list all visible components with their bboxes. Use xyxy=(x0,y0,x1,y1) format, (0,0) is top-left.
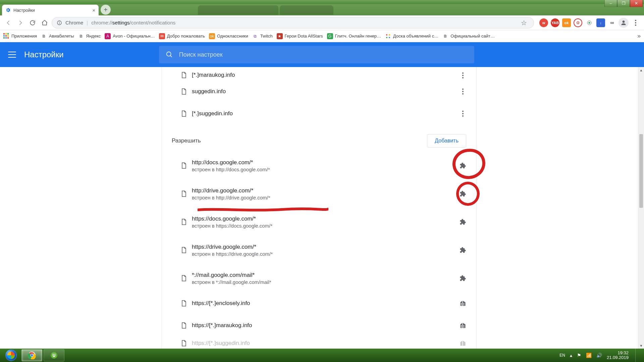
settings-search[interactable] xyxy=(159,46,474,63)
extension-icon[interactable]: w xyxy=(539,18,548,27)
tray-clock[interactable]: 19:32 21.09.2019 xyxy=(607,351,629,360)
policy-icon[interactable] xyxy=(460,340,466,347)
site-url-label: [*.]suggedin.info xyxy=(192,110,233,117)
page-icon: 🗎 xyxy=(78,33,84,39)
extension-icon[interactable] xyxy=(459,190,466,197)
bookmark-star-icon[interactable]: ☆ xyxy=(521,19,527,27)
new-tab-button[interactable]: + xyxy=(101,5,111,15)
tray-language-indicator[interactable]: EN xyxy=(559,353,565,358)
svg-rect-2 xyxy=(59,21,59,22)
row-menu-button[interactable] xyxy=(460,88,466,95)
scrollbar-up-button[interactable]: ▲ xyxy=(638,67,644,73)
background-tab[interactable] xyxy=(198,5,278,15)
extension-icon[interactable] xyxy=(459,218,466,226)
policy-icon[interactable] xyxy=(460,300,466,307)
bookmark-item[interactable]: 🗎Официальный сайт… xyxy=(442,33,495,39)
taskbar-app-chrome[interactable] xyxy=(21,349,42,361)
omnibox[interactable]: Chrome | chrome://settings/content/notif… xyxy=(52,17,534,28)
window-close-button[interactable]: ✕ xyxy=(630,0,643,7)
extension-icon[interactable]: YAB xyxy=(551,18,559,27)
background-tab[interactable] xyxy=(280,5,333,15)
start-button[interactable] xyxy=(2,349,20,362)
apps-shortcut[interactable]: Приложения xyxy=(3,33,37,39)
site-row[interactable]: https://[*.]maraukog.info xyxy=(162,314,476,337)
site-row[interactable]: https://[*.]suggedin.info xyxy=(162,337,476,349)
site-url-label: https://[*.]suggedin.info xyxy=(192,340,250,347)
favicon-icon xyxy=(385,33,391,39)
bookmark-item[interactable]: 🗎Яндекс xyxy=(78,33,101,39)
tray-date: 21.09.2019 xyxy=(607,355,629,360)
site-url-label: https://drive.google.com/* xyxy=(192,244,273,250)
settings-search-input[interactable] xyxy=(179,51,468,58)
svg-point-10 xyxy=(166,52,171,56)
site-url-label: http://drive.google.com/* xyxy=(192,187,270,194)
bookmark-item[interactable]: ✉Добро пожаловать xyxy=(159,33,205,39)
window-minimize-button[interactable]: – xyxy=(604,0,617,7)
row-menu-button[interactable] xyxy=(460,72,466,78)
profile-avatar-button[interactable] xyxy=(619,18,629,28)
bookmark-item[interactable]: Доска объявлений с… xyxy=(385,33,438,39)
svg-point-8 xyxy=(386,37,387,38)
allow-section-title: Разрешить xyxy=(172,137,201,144)
page-icon xyxy=(180,88,187,95)
bookmark-item[interactable]: 🗎Авиабилеты xyxy=(41,33,74,39)
add-site-button[interactable]: Добавить xyxy=(427,134,466,147)
show-desktop-button[interactable] xyxy=(635,349,639,362)
extension-icon[interactable]: O xyxy=(574,18,582,27)
extension-icon[interactable]: ∞ xyxy=(608,18,616,27)
window-maximize-button[interactable]: ❐ xyxy=(617,0,630,7)
site-row[interactable]: http://drive.google.com/* встроен в http… xyxy=(162,180,476,208)
bookmark-item[interactable]: ★Герои Dota AllStars xyxy=(277,33,323,39)
extension-icons: w YAB ok O ↓ ∞ xyxy=(539,18,616,27)
site-row[interactable]: https://[*.]enclosely.info xyxy=(162,292,476,314)
bookmarks-overflow-button[interactable]: » xyxy=(637,33,641,40)
svg-point-6 xyxy=(386,34,387,36)
forward-button[interactable] xyxy=(15,18,25,28)
tray-show-hidden-icon[interactable]: ▴ xyxy=(570,353,572,358)
tray-time: 19:32 xyxy=(607,351,629,355)
site-row[interactable]: suggedin.info xyxy=(162,80,476,103)
taskbar-app-utorrent[interactable] xyxy=(44,349,64,361)
site-url-label: https://docs.google.com/* xyxy=(192,216,272,222)
extension-icon[interactable] xyxy=(459,275,466,282)
site-row[interactable]: [*.]suggedin.info xyxy=(162,103,476,125)
vertical-scrollbar[interactable]: ▲ ▼ xyxy=(638,67,644,349)
back-button[interactable] xyxy=(3,18,13,28)
site-info-icon[interactable] xyxy=(57,20,62,25)
scrollbar-thumb[interactable] xyxy=(639,134,643,208)
extension-icon[interactable]: ok xyxy=(562,18,571,27)
settings-appbar: Настройки xyxy=(0,42,644,67)
home-button[interactable] xyxy=(40,18,50,28)
svg-rect-1 xyxy=(59,22,59,24)
browser-tab-active[interactable]: Настройки × xyxy=(2,5,99,15)
browser-menu-button[interactable] xyxy=(631,18,641,28)
bookmark-item[interactable]: AAvon - Официальн… xyxy=(105,33,155,39)
extension-icon[interactable] xyxy=(459,162,466,169)
svg-point-5 xyxy=(623,20,625,23)
scrollbar-down-button[interactable]: ▼ xyxy=(638,343,644,349)
site-row[interactable]: *://mail.google.com/mail* встроен в *://… xyxy=(162,264,476,292)
site-row[interactable]: http://docs.google.com/* встроен в http:… xyxy=(162,152,476,180)
site-url-label: https://[*.]enclosely.info xyxy=(192,300,250,307)
site-row[interactable]: https://drive.google.com/* встроен в htt… xyxy=(162,236,476,264)
tray-volume-icon[interactable]: 🔊 xyxy=(596,353,602,358)
menu-button[interactable] xyxy=(8,52,16,58)
bookmark-item[interactable]: ⧉Twitch xyxy=(252,33,273,39)
extension-icon[interactable] xyxy=(459,246,466,254)
bookmark-item[interactable]: okОдноклассники xyxy=(209,33,248,39)
favicon-icon: ✉ xyxy=(159,33,165,39)
row-menu-button[interactable] xyxy=(460,111,466,117)
site-embed-label: встроен в https://drive.google.com/* xyxy=(192,251,273,257)
bookmark-item[interactable]: GГлитч. Онлайн генер… xyxy=(327,33,381,39)
policy-icon[interactable] xyxy=(460,322,466,329)
reload-button[interactable] xyxy=(28,18,38,28)
tray-network-icon[interactable]: 📶 xyxy=(586,353,592,358)
system-tray: EN ▴ ⚑ 📶 🔊 19:32 21.09.2019 xyxy=(559,349,642,362)
extension-icon[interactable] xyxy=(585,18,594,27)
tab-close-button[interactable]: × xyxy=(92,7,95,13)
site-row[interactable]: https://docs.google.com/* встроен в http… xyxy=(162,208,476,236)
page-icon xyxy=(180,219,187,225)
extension-icon[interactable]: ↓ xyxy=(596,18,605,27)
tray-flag-icon[interactable]: ⚑ xyxy=(577,353,581,358)
site-row[interactable]: [*.]maraukog.info xyxy=(162,67,476,80)
